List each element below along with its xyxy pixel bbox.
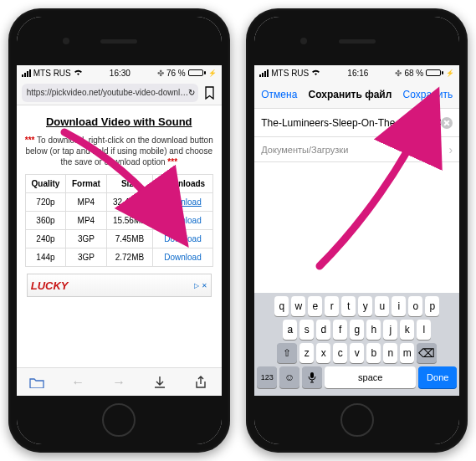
key-p[interactable]: p — [425, 296, 439, 316]
download-link-720p[interactable]: Download — [164, 197, 201, 207]
key-a[interactable]: a — [283, 320, 297, 340]
cell-quality: 144p — [25, 248, 65, 267]
home-button[interactable] — [340, 403, 374, 437]
key-c[interactable]: c — [333, 343, 347, 363]
keyboard[interactable]: q w e r t y u i o p a s d f g h — [254, 293, 459, 396]
key-n[interactable]: n — [383, 343, 397, 363]
key-l[interactable]: l — [417, 320, 431, 340]
folder-icon[interactable] — [28, 374, 45, 391]
key-o[interactable]: o — [408, 296, 422, 316]
clear-icon[interactable] — [441, 117, 453, 129]
statusbar: MTS RUS 16:16 ✤ 68 % ⚡ — [254, 65, 459, 80]
cell-quality: 240p — [25, 230, 65, 248]
key-v[interactable]: v — [350, 343, 364, 363]
cell-size: 2.72MB — [106, 248, 153, 267]
space-key[interactable]: space — [325, 366, 416, 388]
urlbar: https://pickvideo.net/youtube-video-down… — [17, 80, 222, 105]
svg-rect-0 — [310, 372, 314, 378]
adchoices-icon[interactable]: ▷ — [194, 282, 199, 289]
done-key[interactable]: Done — [418, 366, 457, 388]
download-link-360p[interactable]: Download — [164, 216, 201, 225]
battery-pct: 76 % — [166, 69, 186, 78]
key-q[interactable]: q — [274, 296, 289, 316]
stars: *** — [25, 136, 35, 145]
save-dialog-nav: Отмена Сохранить файл Сохранить — [254, 80, 459, 109]
bluetooth-icon: ✤ — [157, 69, 164, 78]
cell-format: 3GP — [66, 230, 106, 248]
key-w[interactable]: w — [291, 296, 305, 316]
signal-icon — [259, 69, 269, 77]
home-button[interactable] — [102, 403, 136, 437]
clock: 16:16 — [347, 69, 368, 78]
carrier-label: MTS RUS — [33, 69, 71, 78]
key-r[interactable]: r — [325, 296, 339, 316]
col-quality: Quality — [25, 175, 65, 193]
cell-size: 32.47MB — [106, 193, 153, 212]
ad-close-icon[interactable]: ✕ — [202, 282, 207, 289]
charging-icon: ⚡ — [208, 69, 217, 77]
key-x[interactable]: x — [316, 343, 330, 363]
forward-icon[interactable]: → — [110, 374, 127, 391]
bookmark-icon[interactable] — [203, 86, 217, 100]
key-i[interactable]: i — [392, 296, 406, 316]
emoji-key[interactable]: ☺ — [279, 366, 299, 388]
key-m[interactable]: m — [400, 343, 414, 363]
key-t[interactable]: t — [341, 296, 356, 316]
ad-banner[interactable]: LUCKY ▷ ✕ — [27, 274, 212, 297]
backspace-key[interactable]: ⌫ — [417, 343, 437, 363]
key-f[interactable]: f — [333, 320, 347, 340]
url-field[interactable]: https://pickvideo.net/youtube-video-down… — [22, 84, 198, 102]
blank-area — [254, 162, 459, 293]
cell-format: 3GP — [66, 248, 106, 267]
statusbar: MTS RUS 16:30 ✤ 76 % ⚡ — [17, 65, 222, 80]
phone-right: MTS RUS 16:16 ✤ 68 % ⚡ Отмена Сохра — [246, 8, 468, 453]
table-row: 720p MP4 32.47MB Download — [25, 193, 212, 212]
location-path: Документы/Загрузки — [261, 145, 348, 155]
key-k[interactable]: k — [400, 320, 414, 340]
key-j[interactable]: j — [383, 320, 397, 340]
back-icon[interactable]: ← — [69, 374, 86, 391]
battery-pct: 68 % — [404, 69, 423, 78]
filename-field[interactable]: The-Lumineers-Sleep-On-The-Floor.mp4 — [261, 117, 441, 129]
key-b[interactable]: b — [366, 343, 381, 363]
mic-key[interactable] — [302, 366, 322, 388]
table-row: 360p MP4 15.56MB Download — [25, 212, 212, 230]
location-row[interactable]: Документы/Загрузки › — [254, 137, 459, 162]
downloads-table: Quality Format Size Downloads 720p MP4 3… — [25, 174, 213, 267]
filename-row[interactable]: The-Lumineers-Sleep-On-The-Floor.mp4 — [254, 109, 459, 137]
cell-quality: 720p — [25, 193, 65, 212]
signal-icon — [22, 69, 31, 77]
key-h[interactable]: h — [366, 320, 381, 340]
share-icon[interactable] — [192, 374, 209, 391]
key-e[interactable]: e — [308, 296, 322, 316]
cancel-button[interactable]: Отмена — [261, 89, 297, 100]
key-d[interactable]: d — [316, 320, 330, 340]
stars-end: *** — [167, 157, 177, 166]
save-button[interactable]: Сохранить — [403, 89, 453, 100]
key-u[interactable]: u — [375, 296, 389, 316]
key-g[interactable]: g — [350, 320, 364, 340]
keyboard-row-2: a s d f g h j k l — [257, 320, 457, 340]
keyboard-row-3: ⇧ z x c v b n m ⌫ — [257, 343, 457, 363]
cell-quality: 360p — [25, 212, 65, 230]
url-text: https://pickvideo.net/youtube-video-down… — [27, 88, 188, 97]
bluetooth-icon: ✤ — [395, 69, 402, 78]
chevron-right-icon: › — [449, 143, 453, 156]
page-heading: Download Video with Sound — [25, 115, 213, 128]
battery-icon — [426, 69, 443, 76]
key-s[interactable]: s — [299, 320, 314, 340]
ad-controls[interactable]: ▷ ✕ — [194, 282, 207, 289]
cell-size: 7.45MB — [106, 230, 153, 248]
page-content: Download Video with Sound *** To downloa… — [17, 105, 222, 367]
download-link-240p[interactable]: Download — [164, 234, 201, 243]
numbers-key[interactable]: 123 — [257, 366, 277, 388]
download-icon[interactable] — [151, 374, 168, 391]
table-row: 144p 3GP 2.72MB Download — [25, 248, 212, 267]
key-y[interactable]: y — [358, 296, 372, 316]
shift-key[interactable]: ⇧ — [277, 343, 297, 363]
keyboard-row-4: 123 ☺ space Done — [257, 366, 457, 388]
download-link-144p[interactable]: Download — [164, 253, 201, 262]
clock: 16:30 — [110, 69, 131, 78]
refresh-icon[interactable]: ↻ — [188, 86, 195, 100]
key-z[interactable]: z — [299, 343, 314, 363]
